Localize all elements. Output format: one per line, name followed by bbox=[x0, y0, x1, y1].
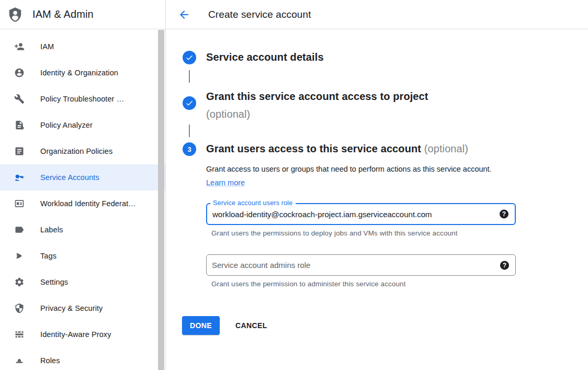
iam-shield-logo-icon bbox=[7, 7, 23, 23]
sidebar-item-tags[interactable]: Tags bbox=[0, 243, 165, 269]
service-account-key-icon bbox=[14, 172, 25, 183]
step2-title: Grant this service account access to pro… bbox=[206, 87, 428, 123]
users-role-helper-text: Grant users the permissions to deploy jo… bbox=[211, 229, 458, 237]
sidebar-nav: IAM Identity & Organization Policy Troub… bbox=[0, 29, 165, 369]
admins-role-helper-text: Grant users the permission to administer… bbox=[211, 280, 406, 288]
step1-check-icon bbox=[183, 51, 196, 64]
sidebar-item-identity-organization[interactable]: Identity & Organization bbox=[0, 60, 165, 86]
cancel-button[interactable]: CANCEL bbox=[231, 316, 272, 335]
sidebar-item-roles[interactable]: Roles bbox=[0, 347, 165, 369]
stepper-connector bbox=[189, 70, 190, 83]
step3-optional-label: (optional) bbox=[421, 143, 468, 154]
back-arrow-icon[interactable] bbox=[178, 8, 190, 21]
sidebar-item-label: Tags bbox=[40, 252, 56, 260]
sidebar-item-label: Policy Troubleshooter … bbox=[40, 95, 124, 103]
page-title: Create service account bbox=[208, 9, 311, 20]
step3-description-text: Grant access to users or groups that nee… bbox=[206, 165, 492, 173]
done-button[interactable]: DONE bbox=[182, 316, 220, 335]
app-window: IAM & Admin IAM Identity & Organization … bbox=[0, 0, 588, 370]
step3-number: 3 bbox=[187, 145, 191, 153]
tag-arrow-icon bbox=[14, 251, 25, 261]
step1-title: Service account details bbox=[206, 51, 324, 63]
sidebar-item-label: Settings bbox=[40, 278, 68, 286]
sidebar-item-service-accounts[interactable]: Service Accounts bbox=[0, 164, 165, 190]
sidebar-item-organization-policies[interactable]: Organization Policies bbox=[0, 138, 165, 164]
sidebar-item-privacy-security[interactable]: Privacy & Security bbox=[0, 295, 165, 321]
sidebar-item-label: Organization Policies bbox=[40, 147, 112, 155]
person-add-icon bbox=[14, 41, 25, 52]
help-icon[interactable]: ? bbox=[500, 261, 509, 270]
account-circle-icon bbox=[14, 68, 25, 78]
sidebar-header: IAM & Admin bbox=[0, 0, 165, 29]
step2-check-icon bbox=[183, 96, 196, 110]
help-icon[interactable]: ? bbox=[500, 210, 508, 219]
sidebar-item-label: Policy Analyzer bbox=[40, 121, 93, 129]
topbar: Create service account bbox=[166, 0, 588, 29]
step3-number-badge: 3 bbox=[183, 142, 196, 156]
sidebar-item-label: IAM bbox=[40, 42, 54, 51]
sidebar-scrollbar[interactable] bbox=[158, 30, 164, 370]
sidebar-item-label: Service Accounts bbox=[40, 173, 99, 182]
sidebar-item-settings[interactable]: Settings bbox=[0, 269, 165, 295]
step3-title: Grant users access to this service accou… bbox=[206, 143, 468, 155]
sidebar-item-policy-troubleshooter[interactable]: Policy Troubleshooter … bbox=[0, 86, 165, 112]
article-icon bbox=[14, 146, 25, 156]
sidebar-item-label: Workload Identity Federat… bbox=[40, 199, 136, 208]
hat-icon bbox=[14, 355, 25, 366]
step2-optional-label: (optional) bbox=[206, 105, 428, 123]
sidebar-item-identity-aware-proxy[interactable]: Identity-Aware Proxy bbox=[0, 321, 165, 347]
shield-half-icon bbox=[14, 303, 25, 313]
sidebar-item-label: Identity & Organization bbox=[40, 69, 118, 77]
service-account-admins-role-field: ? bbox=[206, 254, 516, 276]
users-role-input[interactable] bbox=[207, 204, 515, 224]
id-card-icon bbox=[14, 198, 25, 209]
sidebar-item-label: Roles bbox=[40, 356, 60, 365]
gear-icon bbox=[14, 277, 25, 287]
learn-more-link[interactable]: Learn more bbox=[206, 178, 245, 187]
step2-title-text: Grant this service account access to pro… bbox=[206, 87, 428, 105]
service-account-users-role-field: Service account users role ? bbox=[206, 203, 516, 225]
stepper-connector bbox=[189, 125, 190, 137]
label-icon bbox=[14, 225, 25, 235]
main-panel: Create service account Service account d… bbox=[166, 0, 588, 370]
sidebar-item-label: Labels bbox=[40, 226, 63, 234]
wrench-icon bbox=[14, 94, 25, 104]
step3-title-text: Grant users access to this service accou… bbox=[206, 143, 421, 154]
proxy-grid-icon bbox=[14, 329, 25, 340]
sidebar-item-iam[interactable]: IAM bbox=[0, 33, 165, 60]
sidebar-title: IAM & Admin bbox=[32, 8, 94, 20]
sidebar: IAM & Admin IAM Identity & Organization … bbox=[0, 0, 166, 370]
sidebar-item-label: Identity-Aware Proxy bbox=[40, 330, 111, 339]
sidebar-item-label: Privacy & Security bbox=[40, 304, 103, 312]
admins-role-input[interactable] bbox=[207, 255, 515, 275]
step3-description: Grant access to users or groups that nee… bbox=[206, 163, 497, 189]
sidebar-item-policy-analyzer[interactable]: Policy Analyzer bbox=[0, 112, 165, 138]
sidebar-item-labels[interactable]: Labels bbox=[0, 217, 165, 243]
document-gear-icon bbox=[14, 120, 25, 130]
sidebar-item-workload-identity-federation[interactable]: Workload Identity Federat… bbox=[0, 190, 165, 217]
